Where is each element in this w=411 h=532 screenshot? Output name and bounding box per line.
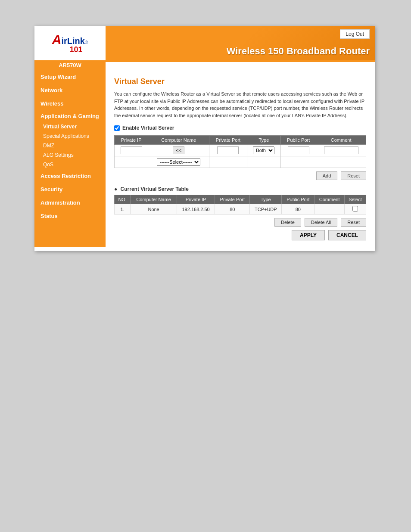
data-col-comment: Comment	[314, 195, 345, 204]
comment-input[interactable]	[324, 146, 358, 154]
row-private-port: 80	[215, 204, 250, 215]
delete-button[interactable]: Delete	[274, 218, 301, 227]
sidebar-item-access-restriction[interactable]: Access Restriction	[34, 169, 106, 183]
type-select[interactable]: Both TCP UDP	[253, 146, 274, 154]
page-title: Virtual Server	[114, 77, 366, 86]
reset-table-button[interactable]: Reset	[341, 218, 366, 227]
data-col-type: Type	[250, 195, 282, 204]
apply-button[interactable]: APPLY	[292, 230, 325, 240]
data-col-private-port: Private Port	[215, 195, 250, 204]
col-header-private-port: Private Port	[209, 136, 247, 145]
private-ip-input[interactable]	[121, 146, 142, 154]
arrow-button[interactable]: <<	[173, 146, 184, 154]
sidebar-subitem-dmz[interactable]: DMZ	[34, 141, 106, 150]
sidebar-item-wireless[interactable]: Wireless	[34, 97, 106, 110]
row-no: 1.	[115, 204, 131, 215]
sidebar-item-status[interactable]: Status	[34, 209, 106, 223]
sidebar-subitem-special-applications[interactable]: Special Applications	[34, 131, 106, 141]
sidebar-item-application-gaming[interactable]: Application & Gaming	[34, 110, 106, 122]
row-public-port: 80	[282, 204, 314, 215]
public-port-input[interactable]	[288, 146, 309, 154]
col-header-public-port: Public Port	[281, 136, 316, 145]
sidebar-subitem-qos[interactable]: QoS	[34, 160, 106, 169]
col-header-private-ip: Private IP	[115, 136, 148, 145]
enable-virtual-server-label: Enable Virtual Server	[122, 125, 174, 131]
row-select-checkbox[interactable]	[352, 206, 358, 212]
table-row: 1. None 192.168.2.50 80 TCP+UDP 80	[115, 204, 366, 215]
logo-registered: ®	[85, 40, 88, 45]
row-private-ip: 192.168.2.50	[177, 204, 215, 215]
add-button[interactable]: Add	[316, 171, 338, 180]
col-header-comment: Comment	[316, 136, 366, 145]
current-table-title: Current Virtual Server Table	[121, 186, 189, 192]
computer-name-select[interactable]: ------Select------	[157, 158, 200, 166]
data-col-public-port: Public Port	[282, 195, 314, 204]
col-header-computer-name: Computer Name	[148, 136, 209, 145]
data-col-private-ip: Private IP	[177, 195, 215, 204]
logo-101: 101	[69, 45, 82, 54]
data-col-no: NO.	[115, 195, 131, 204]
router-title: Wireless 150 Broadband Router	[227, 46, 370, 57]
col-header-type: Type	[247, 136, 280, 145]
private-port-input[interactable]	[217, 146, 239, 154]
data-col-computer-name: Computer Name	[131, 195, 177, 204]
logo-irlink: irLink	[61, 36, 84, 46]
row-type: TCP+UDP	[250, 204, 282, 215]
description-text: You can configure the Wireless Router as…	[114, 90, 366, 119]
sidebar-item-security[interactable]: Security	[34, 183, 106, 196]
reset-button[interactable]: Reset	[341, 171, 366, 180]
row-comment	[314, 204, 345, 215]
model-bar: AR570W	[34, 60, 106, 70]
enable-virtual-server-checkbox[interactable]	[114, 125, 120, 131]
data-col-select: Select	[344, 195, 366, 204]
sidebar-subitem-virtual-server[interactable]: Virtual Server	[34, 122, 106, 131]
sidebar-item-network[interactable]: Network	[34, 84, 106, 97]
delete-all-button[interactable]: Delete All	[305, 218, 337, 227]
logo-a: A	[52, 32, 62, 47]
bullet-icon: ●	[114, 186, 117, 192]
row-computer-name: None	[131, 204, 177, 215]
cancel-button[interactable]: CANCEL	[328, 230, 366, 240]
sidebar-item-setup-wizard[interactable]: Setup Wizard	[34, 70, 106, 84]
sidebar-subitem-alg-settings[interactable]: ALG Settings	[34, 150, 106, 160]
sidebar-item-administration[interactable]: Administration	[34, 196, 106, 209]
logout-button[interactable]: Log Out	[340, 29, 370, 39]
